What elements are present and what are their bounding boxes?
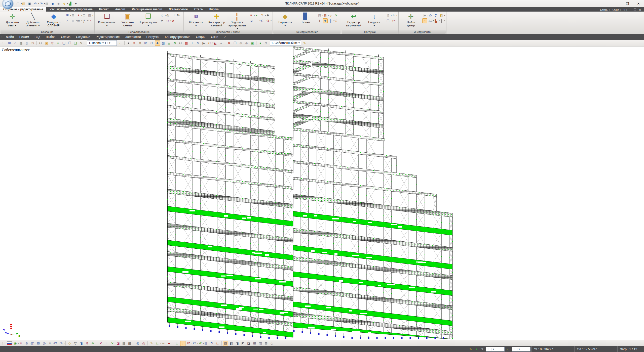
ef-icon[interactable]: ЕР▾: [53, 341, 58, 346]
show-nodes-icon[interactable]: ◉▾: [13, 341, 18, 346]
add-spline-icon[interactable]: ◠: [87, 18, 92, 23]
copy-button[interactable]: ❏ Копирование ▾: [97, 13, 117, 27]
solid-icon[interactable]: ▯: [24, 40, 29, 46]
status-node-dropdown[interactable]: 1.▼: [486, 347, 505, 351]
menu-item[interactable]: Вид: [32, 35, 43, 39]
settings-icon[interactable]: ✎: [79, 40, 84, 46]
sum-loads-icon[interactable]: ∑: [433, 13, 438, 18]
axes-red-icon[interactable]: ∟: [215, 341, 220, 346]
pencil-icon[interactable]: ✏: [161, 341, 166, 346]
restore-icon[interactable]: ↺: [149, 40, 154, 46]
dist-load-icon[interactable]: ⇊▾: [391, 13, 396, 18]
stiffness-button[interactable]: EI Жесткости ▾: [186, 13, 206, 27]
scale-icon[interactable]: ❒: [171, 13, 176, 18]
view-xy-icon[interactable]: XY▾: [192, 341, 197, 346]
ribbon-tab[interactable]: Расширенный анализ: [129, 7, 166, 12]
delete-node-icon[interactable]: ✕: [226, 40, 232, 46]
hammer-icon[interactable]: ⌐: [118, 40, 123, 46]
arrow-select-icon[interactable]: ▶: [201, 40, 206, 46]
cursor-icon[interactable]: ▲: [218, 40, 224, 46]
add-cylinder-icon[interactable]: ▯▾: [70, 18, 75, 23]
filter-icon[interactable]: ▽: [73, 341, 78, 346]
menu-item[interactable]: Жесткости: [123, 35, 144, 39]
prev-loadcase-icon[interactable]: ▲: [474, 346, 479, 352]
n-select-icon[interactable]: N: [195, 40, 201, 46]
node-remove-icon[interactable]: ⊖▾: [24, 341, 29, 346]
book-results-button[interactable]: ◈: [56, 1, 61, 6]
reinforcement-button[interactable]: ╬ Заданноеармирование ▾: [227, 13, 247, 30]
formula-surface-icon[interactable]: ƒ▾: [82, 18, 87, 23]
add-tower-icon[interactable]: ▤: [70, 13, 75, 18]
hide-lines-icon[interactable]: ⌗: [104, 341, 109, 346]
restore-button[interactable]: ❐: [622, 0, 633, 7]
menu-item[interactable]: Окно: [208, 35, 221, 39]
mirror-icon[interactable]: ⊘▾: [165, 18, 170, 23]
view-yz-icon[interactable]: YZ▾: [198, 341, 203, 346]
color-scale-icon[interactable]: C▾: [207, 40, 212, 46]
poly-select-icon[interactable]: △: [166, 40, 172, 46]
loadcase-dropdown[interactable]: 1. Собственный вес▼: [270, 40, 301, 46]
loads-button[interactable]: ↓ Нагрузки ▾: [364, 13, 384, 27]
menu-item[interactable]: Файл: [3, 35, 17, 39]
hinge-icon[interactable]: Y▾: [260, 13, 265, 18]
section-builder-button[interactable]: ✚ Конструкторсечений: [207, 13, 227, 27]
flags-icon[interactable]: ╬▾: [328, 18, 333, 23]
ribbon-tab[interactable]: Анализ: [112, 7, 129, 12]
hide-elements-icon[interactable]: ✕: [110, 341, 115, 346]
build-mode-icon[interactable]: ⌐: [506, 346, 511, 352]
pointer-tool-icon[interactable]: ▶▾: [422, 13, 427, 18]
menu-item[interactable]: Выбор: [43, 35, 58, 39]
erase-mode-icon[interactable]: ✎: [468, 346, 473, 352]
archive-button[interactable]: ▥: [44, 1, 50, 6]
add-hatch-icon[interactable]: ▨▾: [87, 13, 92, 18]
cc-links-icon[interactable]: C: [260, 18, 265, 23]
check-icon[interactable]: ✕: [334, 13, 339, 18]
zoom-model-icon[interactable]: ◎: [428, 13, 433, 18]
minimize-button[interactable]: –: [611, 0, 622, 7]
palette-tool-icon[interactable]: ◧▾: [439, 13, 444, 18]
up-loadcase-icon[interactable]: ▲: [258, 40, 263, 46]
edit-loads-icon[interactable]: ✎: [302, 40, 307, 46]
ribbon-tab[interactable]: Расширенное редактирование: [46, 7, 96, 12]
add-select-icon[interactable]: ✚: [155, 40, 160, 46]
hide-mesh-icon[interactable]: ▦: [121, 341, 127, 346]
node-link-icon[interactable]: ✛: [190, 40, 195, 46]
copy-loads-icon[interactable]: ❐: [386, 18, 391, 23]
multi-select-icon[interactable]: ▨: [161, 40, 166, 46]
hide-solid-icon[interactable]: ▩: [127, 341, 132, 346]
palette-icon[interactable]: ▦: [184, 40, 189, 46]
measure-tool-icon[interactable]: ◔: [422, 18, 427, 23]
ribbon-tab[interactable]: Кирпич: [206, 7, 223, 12]
diameter-icon[interactable]: Ø▾: [265, 18, 270, 23]
cube-rotate-icon[interactable]: ◇: [269, 341, 275, 346]
flip-fragment-icon[interactable]: ◨: [79, 341, 84, 346]
help-menu[interactable]: ?▾: [622, 8, 628, 11]
next-loadcase-icon[interactable]: ▼: [480, 346, 485, 352]
plate-grid-icon[interactable]: ▦: [18, 40, 24, 46]
new-document-button[interactable]: ▢▾: [15, 1, 21, 6]
merge2-icon[interactable]: ⊕: [244, 40, 249, 46]
menu-item[interactable]: Конструирование: [162, 35, 193, 39]
redo-button[interactable]: ↷▾: [39, 1, 44, 6]
menu-item[interactable]: ?: [221, 35, 228, 39]
rotate-geometry-icon[interactable]: ↻: [30, 40, 35, 46]
refresh-icon[interactable]: ↻: [172, 40, 177, 46]
bridge-results-button[interactable]: ▟: [67, 1, 73, 6]
cube-iso-icon[interactable]: ⊡: [252, 341, 257, 346]
hide-frame-icon[interactable]: ◪: [116, 341, 121, 346]
supports-icon[interactable]: ≡▾: [249, 13, 254, 18]
diagram-tool-icon[interactable]: ▙▾: [433, 18, 438, 23]
create-in-sapfir-button[interactable]: ◆ Создать вСАПФИР: [44, 13, 64, 27]
cut-icon[interactable]: ✂: [38, 40, 43, 46]
ribbon-tab[interactable]: Сталь: [191, 7, 206, 12]
iso-view-icon[interactable]: ◇: [67, 341, 72, 346]
mdi-minimize-button[interactable]: _: [628, 8, 632, 11]
pack-scheme-icon[interactable]: ▣: [44, 40, 49, 46]
blocks-button[interactable]: ▊ Блоки: [296, 13, 316, 24]
node-grid-icon[interactable]: ⌗: [18, 341, 24, 346]
menu-item[interactable]: Схема: [58, 35, 73, 39]
add-surface-icon[interactable]: ◫: [82, 13, 87, 18]
status-element-dropdown[interactable]: 1.▼: [512, 347, 531, 351]
local-axes-icon[interactable]: ∟▾: [155, 341, 160, 346]
pen-icon[interactable]: ✎▾: [59, 341, 64, 346]
